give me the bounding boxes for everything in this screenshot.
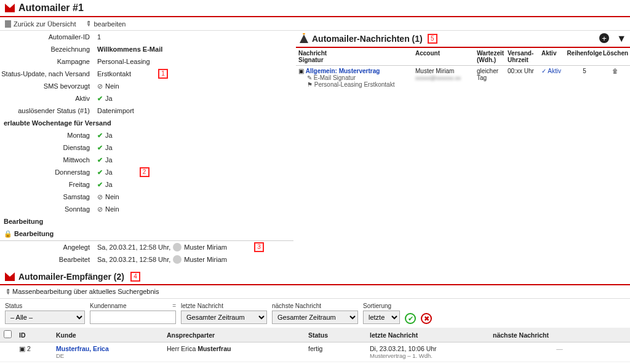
label-camp: Kampagne: [0, 55, 94, 68]
select-all-checkbox[interactable]: [4, 330, 12, 338]
val-active: ✔Ja: [94, 92, 113, 105]
status-filter[interactable]: – Alle –: [5, 311, 85, 324]
message-row[interactable]: ▣ Allgemein: Mustervertrag ✎ E-Mail Sign…: [296, 66, 630, 90]
label-name: Bezeichnung: [0, 43, 94, 55]
next-msg-filter[interactable]: Gesamter Zeitraum: [272, 311, 358, 324]
recipients-icon: [5, 272, 15, 281]
document-icon: ▣: [298, 68, 306, 74]
pen-icon: ✎: [307, 74, 314, 81]
back-link[interactable]: Zurück zur Übersicht: [5, 20, 76, 28]
apply-filter-button[interactable]: ✔: [405, 313, 416, 324]
page-title: Automailer #1: [18, 2, 84, 14]
val-id: 1: [94, 31, 101, 43]
val-camp: Personal-Leasing: [94, 55, 150, 68]
customer-name-input[interactable]: [90, 311, 176, 324]
table-row[interactable]: ▣ 1 Musterfrau, EricaDE fertig Di, 23.03…: [0, 362, 630, 365]
callout-3: 3: [254, 242, 264, 252]
filter-button[interactable]: ▼: [616, 33, 626, 44]
callout-5: 5: [428, 34, 437, 44]
table-row[interactable]: ▣ 2 Musterfrau, EricaDE Herr Erica Muste…: [0, 342, 630, 362]
delete-message-button[interactable]: 🗑: [612, 68, 618, 74]
avatar: [173, 255, 181, 264]
clear-filter-button[interactable]: ✖: [421, 313, 432, 324]
recipients-title: Automailer-Empfänger (2): [18, 272, 124, 282]
pencil-icon: ✎: [3, 287, 13, 297]
label-status: Status-Update, nach Versand: [0, 68, 94, 80]
add-message-button[interactable]: +: [599, 33, 609, 43]
callout-1: 1: [158, 69, 168, 79]
edit-header: Bearbeitung: [0, 215, 293, 228]
label-trigger: auslösender Status (#1): [0, 105, 94, 117]
callout-4: 4: [130, 272, 140, 282]
messages-title: Automailer-Nachrichten (1): [312, 34, 423, 44]
label-sms: SMS bevorzugt: [0, 80, 94, 92]
weekdays-header: erlaubte Wochentage für Versand: [0, 117, 293, 129]
automailer-icon: [5, 4, 15, 12]
val-name: Willkommens E-Mail: [94, 43, 162, 55]
edit-sub: 🔒Bearbeitung: [0, 228, 293, 241]
tag-icon: ⚑: [307, 81, 314, 88]
edit-link[interactable]: ✎bearbeiten: [86, 20, 126, 28]
callout-2: 2: [140, 167, 150, 177]
check-icon: ✔: [97, 92, 103, 105]
avatar: [173, 243, 181, 251]
bulk-edit-link[interactable]: ✎ Massenbearbeitung über aktuelles Suche…: [5, 288, 159, 295]
last-msg-filter[interactable]: Gesamter Zeitraum: [181, 311, 267, 324]
pencil-icon: ✎: [84, 19, 94, 29]
lock-icon: 🔒: [4, 230, 12, 237]
label-id: Automailer-ID: [0, 31, 94, 43]
file-icon: [5, 20, 11, 28]
val-trigger: Datenimport: [94, 105, 134, 117]
x-icon: ⊘: [97, 80, 103, 92]
label-active: Aktiv: [0, 92, 94, 105]
val-sms: ⊘Nein: [94, 80, 119, 92]
sort-filter[interactable]: letzte Nac…: [363, 311, 400, 324]
cone-icon: [300, 34, 308, 43]
val-status: Erstkontakt1: [94, 68, 168, 80]
row-icon: ▣: [19, 345, 27, 352]
